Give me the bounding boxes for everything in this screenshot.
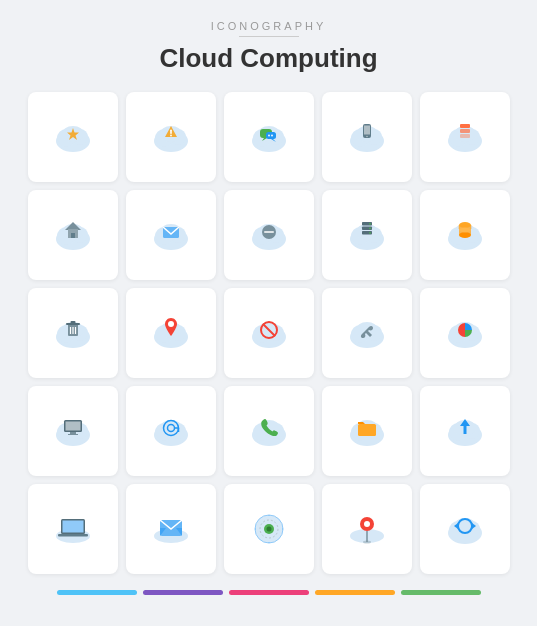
cloud-laptop-icon — [46, 502, 100, 556]
icon-card-cloud-database[interactable] — [420, 190, 510, 280]
svg-rect-53 — [264, 231, 274, 233]
svg-rect-135 — [62, 521, 83, 533]
cloud-upload-icon — [438, 404, 492, 458]
icon-card-cloud-pin[interactable] — [322, 484, 412, 574]
svg-rect-10 — [170, 130, 172, 135]
icon-card-cloud-chat[interactable] — [224, 92, 314, 182]
cloud-home-icon — [46, 208, 100, 262]
cloud-folder-icon — [340, 404, 394, 458]
icon-card-cloud-location[interactable] — [126, 288, 216, 378]
svg-point-28 — [366, 136, 368, 138]
svg-rect-35 — [460, 134, 470, 138]
icon-card-cloud-upload[interactable] — [420, 386, 510, 476]
icon-card-cloud-music[interactable] — [224, 484, 314, 574]
icon-card-cloud-mail[interactable] — [126, 190, 216, 280]
icon-card-cloud-minus[interactable] — [224, 190, 314, 280]
cloud-trash-icon — [46, 306, 100, 360]
cloud-star-icon — [46, 110, 100, 164]
icon-card-cloud-trash[interactable] — [28, 288, 118, 378]
icon-grid — [28, 92, 510, 574]
icon-card-cloud-refresh[interactable] — [420, 484, 510, 574]
cloud-settings-icon — [340, 306, 394, 360]
cloud-minus-icon — [242, 208, 296, 262]
cloud-server-icon — [340, 208, 394, 262]
svg-rect-110 — [68, 434, 78, 435]
bar-pink — [229, 590, 309, 595]
bar-orange — [315, 590, 395, 595]
icon-card-cloud-home[interactable] — [28, 190, 118, 280]
footer-bars — [10, 590, 527, 595]
cloud-pin-icon — [340, 502, 394, 556]
svg-rect-27 — [364, 126, 370, 135]
svg-rect-42 — [71, 233, 75, 238]
page-title: Cloud Computing — [159, 43, 377, 74]
cloud-storage-icon — [438, 110, 492, 164]
bar-purple — [143, 590, 223, 595]
svg-rect-127 — [358, 424, 376, 436]
svg-point-63 — [369, 232, 371, 234]
page-header: ICONOGRAPHY Cloud Computing — [159, 20, 377, 74]
svg-point-20 — [268, 135, 270, 137]
icon-card-cloud-monitor[interactable] — [28, 386, 118, 476]
cloud-letter-icon — [144, 502, 198, 556]
cloud-monitor-icon — [46, 404, 100, 458]
cloud-warning-icon — [144, 110, 198, 164]
svg-rect-136 — [58, 534, 88, 537]
cloud-refresh-icon — [438, 502, 492, 556]
icon-card-cloud-block[interactable] — [224, 288, 314, 378]
svg-rect-80 — [70, 321, 75, 324]
icon-card-cloud-letter[interactable] — [126, 484, 216, 574]
cloud-mail-icon — [144, 208, 198, 262]
icon-card-cloud-folder[interactable] — [322, 386, 412, 476]
svg-point-62 — [369, 227, 371, 229]
svg-point-11 — [170, 135, 172, 137]
cloud-phone-icon — [242, 404, 296, 458]
cloud-chat-icon — [242, 110, 296, 164]
svg-point-144 — [266, 527, 271, 532]
bar-green — [401, 590, 481, 595]
svg-rect-108 — [65, 422, 80, 431]
cloud-block-icon — [242, 306, 296, 360]
icon-card-cloud-laptop[interactable] — [28, 484, 118, 574]
svg-rect-33 — [460, 124, 470, 128]
svg-point-61 — [369, 223, 371, 225]
icon-card-cloud-phone[interactable] — [224, 386, 314, 476]
svg-rect-18 — [266, 132, 276, 139]
svg-point-70 — [459, 232, 471, 238]
icon-card-cloud-at[interactable] — [126, 386, 216, 476]
icon-card-cloud-mobile[interactable] — [322, 92, 412, 182]
svg-point-152 — [364, 521, 370, 527]
cloud-music-icon — [242, 502, 296, 556]
svg-point-88 — [168, 321, 174, 327]
icon-card-cloud-warning[interactable] — [126, 92, 216, 182]
cloud-mobile-icon — [340, 110, 394, 164]
cloud-location-icon — [144, 306, 198, 360]
svg-point-21 — [271, 135, 273, 137]
svg-point-73 — [459, 228, 471, 233]
icon-card-cloud-star[interactable] — [28, 92, 118, 182]
cloud-pie-icon — [438, 306, 492, 360]
cloud-database-icon — [438, 208, 492, 262]
cloud-at-icon — [144, 404, 198, 458]
svg-rect-34 — [460, 129, 470, 133]
bar-cyan — [57, 590, 137, 595]
icon-card-cloud-settings[interactable] — [322, 288, 412, 378]
svg-rect-109 — [70, 432, 76, 434]
icon-card-cloud-pie[interactable] — [420, 288, 510, 378]
icon-card-cloud-storage[interactable] — [420, 92, 510, 182]
page-subtitle: ICONOGRAPHY — [159, 20, 377, 32]
icon-card-cloud-server[interactable] — [322, 190, 412, 280]
header-divider — [239, 36, 299, 37]
svg-point-154 — [363, 541, 371, 544]
